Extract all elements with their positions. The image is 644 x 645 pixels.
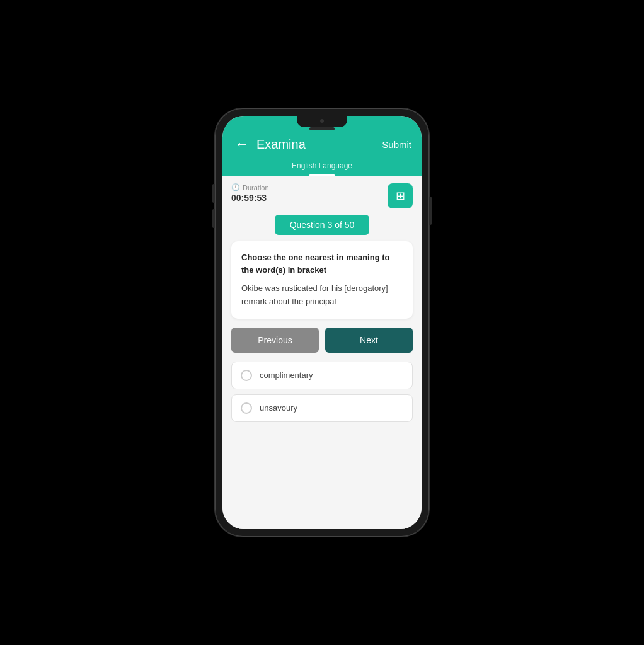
calculator-icon: ⊞ [396,189,405,203]
previous-button[interactable]: Previous [231,328,319,353]
app-content: 🕐 Duration 00:59:53 ⊞ Question 3 of 50 [222,176,422,529]
back-button[interactable]: ← [233,134,251,155]
navigation-buttons: Previous Next [231,328,413,353]
volume-down-button[interactable] [212,209,215,228]
subject-subtitle: English Language [233,161,411,174]
volume-up-button[interactable] [212,184,215,203]
question-badge-wrapper: Question 3 of 50 [231,215,413,235]
timer-row: 🕐 Duration 00:59:53 ⊞ [231,183,413,208]
calculator-button[interactable]: ⊞ [388,183,413,208]
option-label-2: unsavoury [260,403,297,413]
radio-button-1[interactable] [241,370,252,381]
phone-screen: ← Examina Submit English Language 🕐 Dura [222,116,422,529]
timer-block: 🕐 Duration 00:59:53 [231,183,269,203]
question-instruction: Choose the one nearest in meaning to the… [241,251,403,276]
app-screen: ← Examina Submit English Language 🕐 Dura [222,116,422,529]
app-title: Examina [256,137,382,152]
answer-option-2[interactable]: unsavoury [231,394,413,422]
timer-value: 00:59:53 [231,193,269,203]
question-text: Okibe was rusticated for his [derogatory… [241,282,403,309]
header-top-row: ← Examina Submit [233,134,411,161]
question-card: Choose the one nearest in meaning to the… [231,241,413,319]
speaker-grille [309,127,335,130]
phone-notch [297,116,347,127]
timer-label: 🕐 Duration [231,183,269,191]
camera-dot [320,119,324,123]
option-label-1: complimentary [260,370,313,380]
radio-button-2[interactable] [241,402,252,414]
question-badge: Question 3 of 50 [275,215,370,235]
clock-icon: 🕐 [231,183,240,191]
answer-option-1[interactable]: complimentary [231,362,413,389]
submit-button[interactable]: Submit [382,139,411,150]
phone-frame: ← Examina Submit English Language 🕐 Dura [215,108,429,537]
next-button[interactable]: Next [325,328,413,353]
power-button[interactable] [429,197,432,225]
